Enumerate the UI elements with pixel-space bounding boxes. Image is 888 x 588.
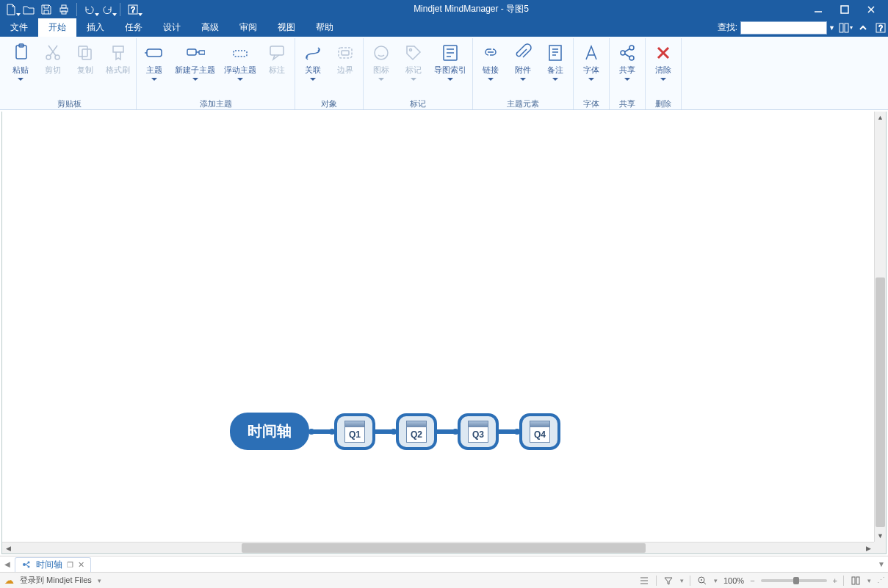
zoom-out-button[interactable]: − (750, 576, 754, 585)
vscroll-thumb[interactable] (876, 277, 885, 527)
window-maximize-button[interactable] (835, 1, 854, 18)
ribbon-topic-button[interactable]: 主题 (138, 40, 170, 97)
zoom-in-button[interactable]: + (833, 576, 837, 585)
ribbon-group-label: 对象 (297, 98, 361, 109)
print-icon (58, 4, 70, 15)
ribbon-label: 复制 (77, 65, 93, 75)
menu-tab-1[interactable]: 开始 (38, 18, 76, 37)
horizontal-scrollbar[interactable]: ◀ ▶ (2, 542, 874, 553)
menu-tab-0[interactable]: 文件 (0, 18, 38, 37)
window-minimize-button[interactable] (809, 1, 828, 18)
svg-rect-17 (147, 49, 162, 57)
document-tab[interactable]: 时间轴 ❐ ✕ (15, 557, 91, 572)
ribbon-font-button[interactable]: 字体 (575, 40, 607, 97)
ribbon-subtopic-button[interactable]: 新建子主题 (170, 40, 220, 97)
ribbon-toggle-button[interactable] (856, 21, 870, 35)
subtopic-icon (186, 43, 205, 62)
ribbon-paste-button[interactable]: 粘贴 (4, 40, 37, 97)
window-close-button[interactable] (862, 1, 881, 18)
ribbon-copy-button[interactable]: 复制 (69, 40, 101, 97)
ribbon-relation-button[interactable]: 关联 (297, 40, 329, 97)
hscroll-thumb[interactable] (242, 543, 646, 553)
zoom-slider[interactable] (761, 579, 827, 582)
search-input[interactable] (740, 21, 827, 35)
qat-print-button[interactable] (56, 1, 72, 18)
tags-icon (404, 43, 423, 62)
tab-list-button[interactable]: ▼ (878, 560, 885, 568)
svg-rect-22 (339, 48, 352, 58)
cloud-icon: ☁ (4, 575, 14, 586)
menu-tab-6[interactable]: 审阅 (229, 18, 267, 37)
ribbon-index-button[interactable]: 导图索引 (430, 40, 471, 97)
scroll-left-button[interactable]: ◀ (2, 542, 14, 554)
menu-tab-3[interactable]: 任务 (115, 18, 153, 37)
chevron-down-icon (447, 78, 453, 81)
ribbon-callout-button[interactable]: 标注 (261, 40, 293, 97)
vertical-scrollbar[interactable]: ▲ ▼ (874, 112, 886, 542)
scroll-up-button[interactable]: ▲ (875, 112, 887, 123)
paste-icon (11, 43, 30, 62)
calendar-icon: Q3 (468, 421, 488, 443)
qat-open-button[interactable] (21, 1, 37, 18)
ribbon-label: 新建子主题 (175, 65, 215, 75)
status-views-button[interactable] (850, 575, 862, 587)
window-title: Mindjet MindManager - 导图5 (141, 3, 801, 15)
zoom-level-label[interactable]: 100% (723, 576, 744, 585)
task-pane-button[interactable]: ▾ (838, 21, 853, 35)
ribbon-format-painter-button[interactable]: 格式刷 (101, 40, 134, 97)
menu-tab-8[interactable]: 帮助 (306, 18, 344, 37)
icons-icon (372, 43, 391, 62)
scroll-right-button[interactable]: ▶ (862, 542, 874, 554)
svg-rect-6 (841, 6, 848, 13)
ribbon-tags-button[interactable]: 标记 (397, 40, 430, 97)
tab-prev-button[interactable]: ◀ (4, 560, 10, 568)
ribbon-cut-button[interactable]: 剪切 (37, 40, 69, 97)
ribbon-link-button[interactable]: 链接 (474, 40, 507, 97)
ribbon-floating-button[interactable]: 浮动主题 (220, 40, 261, 97)
filter-button[interactable] (663, 575, 674, 587)
qat-undo-button[interactable] (82, 1, 98, 18)
child-topic-q4[interactable]: Q4 (519, 413, 560, 450)
menu-tab-4[interactable]: 设计 (153, 18, 191, 37)
child-topic-q3[interactable]: Q3 (458, 413, 499, 450)
notes-icon (546, 43, 565, 62)
ribbon-label: 清除 (655, 65, 671, 75)
menu-tab-7[interactable]: 视图 (267, 18, 306, 37)
tab-window-icon[interactable]: ❐ (67, 561, 73, 569)
qat-help-button[interactable]: ? (125, 1, 141, 18)
mindmap-canvas[interactable]: 时间轴Q1Q2Q3Q4 (2, 112, 874, 542)
ribbon-attach-button[interactable]: 附件 (507, 40, 539, 97)
child-topic-q1[interactable]: Q1 (334, 413, 375, 450)
menu-tab-5[interactable]: 高级 (191, 18, 229, 37)
scroll-down-button[interactable]: ▼ (875, 530, 887, 542)
resize-grip[interactable]: ⋰ (877, 576, 884, 585)
qat-new-button[interactable] (3, 1, 19, 18)
ribbon-group-label: 删除 (647, 98, 679, 109)
child-topic-q2[interactable]: Q2 (396, 413, 437, 450)
menubar-help-button[interactable]: ? (873, 21, 888, 35)
chevron-down-icon (411, 78, 416, 81)
minimize-icon (814, 5, 823, 14)
chevron-down-icon (192, 78, 198, 81)
zoom-fit-button[interactable] (696, 575, 708, 587)
qat-save-button[interactable] (38, 1, 54, 18)
ribbon-notes-button[interactable]: 备注 (539, 40, 571, 97)
svg-rect-15 (79, 46, 87, 57)
menu-tab-2[interactable]: 插入 (76, 18, 115, 37)
svg-rect-21 (270, 46, 284, 55)
root-topic[interactable]: 时间轴 (230, 413, 309, 450)
redo-icon (101, 4, 113, 15)
chevron-down-icon (378, 78, 384, 81)
tab-close-button[interactable]: ✕ (78, 560, 84, 570)
ribbon-group-label: 剪贴板 (4, 98, 134, 109)
login-status-button[interactable]: 登录到 Mindjet Files (20, 575, 92, 586)
ribbon-clear-button[interactable]: 清除 (647, 40, 679, 97)
ribbon-icons-button[interactable]: 图标 (365, 40, 397, 97)
ribbon-share-button[interactable]: 共享 (611, 40, 643, 97)
ribbon-boundary-button[interactable]: 边界 (329, 40, 361, 97)
outline-view-button[interactable] (638, 575, 650, 587)
ribbon-label: 附件 (515, 65, 531, 75)
chevron-down-icon (520, 78, 526, 81)
ribbon-group-label: 添加主题 (138, 98, 293, 109)
qat-redo-button[interactable] (99, 1, 115, 18)
